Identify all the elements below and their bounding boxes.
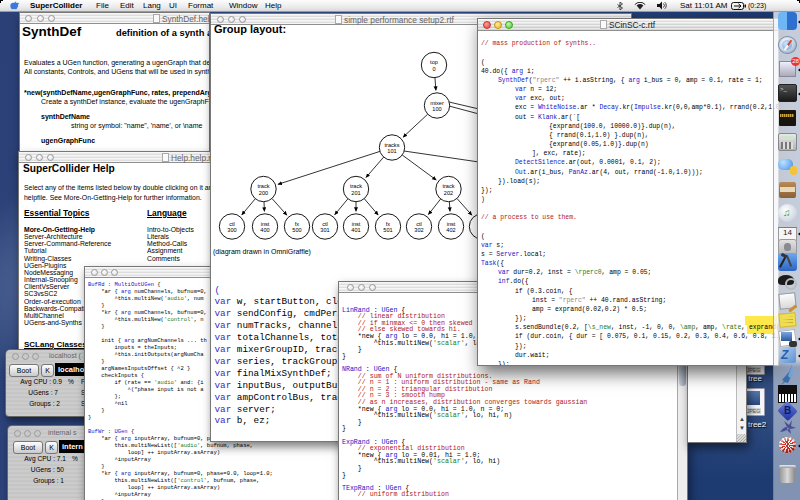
svg-text:402: 402 [446,227,455,233]
svg-text:500: 500 [292,227,301,233]
svg-text:300: 300 [227,227,236,233]
svg-text:ctl: ctl [416,221,422,227]
svg-text:track: track [350,183,362,189]
svg-text:201: 201 [351,190,360,196]
svg-text:200: 200 [259,190,268,196]
svg-text:track: track [442,183,454,189]
svg-text:101: 101 [387,148,396,154]
svg-text:0: 0 [432,66,435,72]
svg-text:tracks: tracks [385,142,400,148]
svg-text:301: 301 [320,227,329,233]
svg-text:202: 202 [444,190,453,196]
svg-text:400: 400 [260,227,269,233]
svg-text:fx: fx [295,221,300,227]
svg-text:100: 100 [432,106,441,112]
svg-text:501: 501 [383,227,392,233]
svg-text:track: track [257,183,269,189]
svg-text:inst: inst [352,221,361,227]
svg-text:401: 401 [351,227,360,233]
svg-text:ctl: ctl [229,221,235,227]
svg-text:fx: fx [386,221,391,227]
svg-text:inst: inst [447,221,456,227]
svg-text:top: top [430,59,438,65]
svg-text:mixer: mixer [430,100,444,106]
svg-text:ctl: ctl [322,221,328,227]
svg-text:302: 302 [414,227,423,233]
svg-text:inst: inst [261,221,270,227]
